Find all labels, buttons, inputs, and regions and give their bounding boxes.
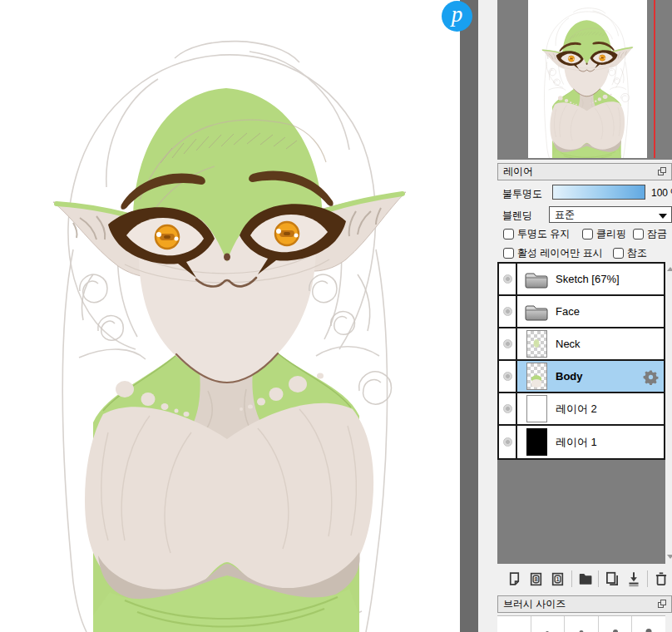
toolbar-separator xyxy=(598,570,599,587)
canvas-area[interactable] xyxy=(0,0,460,632)
paint-tool-window: p 레이어 불투명도 100 % 블렌딩 표준 xyxy=(0,0,672,632)
layer-name: 레이어 2 xyxy=(556,402,597,417)
brush-size-option[interactable] xyxy=(497,616,531,632)
layer-list-scrollbar[interactable] xyxy=(665,262,672,564)
canvas-edge-strip xyxy=(460,0,478,632)
blending-dropdown[interactable]: 표준 xyxy=(549,206,672,223)
layer-list-empty-area xyxy=(497,460,665,564)
brush-size-option[interactable] xyxy=(565,616,598,632)
brush-size-option[interactable] xyxy=(599,616,632,632)
layer-thumb-image xyxy=(526,363,547,390)
panel-gutter xyxy=(478,0,497,632)
layer-row-body[interactable]: Body xyxy=(499,361,664,393)
opacity-slider[interactable] xyxy=(552,185,645,200)
layer-name: Face xyxy=(556,305,580,318)
brush-size-panel-header: 브러시 사이즈 xyxy=(497,595,672,613)
show-active-only-label: 활성 레이어만 표시 xyxy=(517,246,603,260)
layer-thumbnail xyxy=(517,395,556,422)
opacity-value: 100 % xyxy=(651,187,672,199)
show-active-only-checkbox[interactable] xyxy=(503,248,514,259)
brush-dot-icon xyxy=(646,629,652,632)
dropdown-arrow-icon xyxy=(659,214,667,219)
layer-visibility-toggle[interactable] xyxy=(499,296,517,327)
layer-toolbar: 8 1 xyxy=(497,565,672,592)
right-panel: 레이어 불투명도 100 % 블렌딩 표준 투명도 유지 클리핑 잠금 xyxy=(497,0,672,632)
scroll-up-icon[interactable] xyxy=(667,267,672,271)
merge-down-button[interactable] xyxy=(623,568,645,590)
clipping-option[interactable]: 클리핑 xyxy=(582,227,626,241)
lock-label: 잠금 xyxy=(647,227,667,241)
pixiv-logo-letter: p xyxy=(452,2,463,27)
lock-checkbox[interactable] xyxy=(633,229,644,239)
delete-layer-button[interactable] xyxy=(650,568,672,590)
navigator-panel xyxy=(497,0,672,160)
layer-settings-gear-icon[interactable] xyxy=(643,369,659,388)
layer-visibility-toggle[interactable] xyxy=(499,264,517,294)
clipping-checkbox[interactable] xyxy=(582,229,593,239)
visibility-dot-icon xyxy=(503,437,512,447)
reference-option[interactable]: 참조 xyxy=(613,246,647,260)
brush-size-option[interactable] xyxy=(632,616,665,632)
float-panel-icon[interactable] xyxy=(658,166,666,178)
new-layer-button[interactable] xyxy=(504,568,526,590)
layer-row-face[interactable]: Face xyxy=(499,296,664,328)
layer-visibility-toggle[interactable] xyxy=(499,328,517,359)
preserve-opacity-option[interactable]: 투명도 유지 xyxy=(503,227,570,241)
folder-icon xyxy=(524,303,549,321)
layer-name: Sketch [67%] xyxy=(556,273,620,285)
badge-1: 1 xyxy=(556,575,560,583)
layer-name: 레이어 1 xyxy=(556,435,597,450)
scroll-down-icon[interactable] xyxy=(667,555,672,559)
layer-thumb-image xyxy=(526,395,547,422)
reference-checkbox[interactable] xyxy=(613,248,624,259)
navigator-view-rectangle[interactable] xyxy=(654,0,655,158)
layer-thumbnail xyxy=(517,330,556,358)
layer-thumbnail xyxy=(517,363,556,390)
preserve-opacity-checkbox[interactable] xyxy=(503,229,514,239)
layer-thumbnail xyxy=(517,428,556,456)
visibility-dot-icon xyxy=(503,404,512,413)
layer-name: Body xyxy=(556,370,583,383)
brush-size-option[interactable] xyxy=(531,616,565,632)
layers-panel-title: 레이어 xyxy=(503,165,533,179)
navigator-preview-image xyxy=(528,0,647,158)
layer-row-neck[interactable]: Neck xyxy=(499,328,664,361)
layer-thumb-image xyxy=(526,428,547,456)
new-folder-button[interactable] xyxy=(575,568,596,590)
visibility-dot-icon xyxy=(503,372,512,381)
character-artwork xyxy=(0,0,460,632)
duplicate-layer-button[interactable] xyxy=(601,568,623,590)
clipping-label: 클리핑 xyxy=(596,227,626,241)
toolbar-separator xyxy=(571,570,572,587)
navigator-preview[interactable] xyxy=(528,0,647,158)
brush-size-row xyxy=(497,615,665,632)
new-8bit-layer-button[interactable]: 8 xyxy=(526,568,547,590)
layer-row-layer2[interactable]: 레이어 2 xyxy=(499,393,664,426)
layer-row-sketch[interactable]: Sketch [67%] xyxy=(499,264,664,296)
layer-thumbnail xyxy=(517,303,556,321)
brush-size-panel-title: 브러시 사이즈 xyxy=(503,597,566,611)
toolbar-separator xyxy=(647,570,648,587)
lock-option[interactable]: 잠금 xyxy=(633,227,667,241)
layer-thumb-image xyxy=(526,330,547,358)
opacity-label: 불투명도 xyxy=(502,187,542,201)
blending-label: 블렌딩 xyxy=(502,209,532,223)
layer-list: Sketch [67%] Face xyxy=(497,262,665,460)
float-panel-icon[interactable] xyxy=(658,599,666,610)
pixiv-logo-icon[interactable]: p xyxy=(442,1,472,32)
layers-panel-header: 레이어 xyxy=(497,163,672,180)
show-active-only-option[interactable]: 활성 레이어만 표시 xyxy=(503,246,603,260)
folder-icon xyxy=(524,270,549,289)
layer-thumbnail xyxy=(517,270,556,289)
layer-visibility-toggle[interactable] xyxy=(499,361,517,392)
layer-row-layer1[interactable]: 레이어 1 xyxy=(499,426,664,458)
layer-name: Neck xyxy=(556,338,581,350)
layer-visibility-toggle[interactable] xyxy=(499,393,517,424)
blending-selected-value: 표준 xyxy=(555,208,575,222)
layer-visibility-toggle[interactable] xyxy=(499,426,517,458)
preserve-opacity-label: 투명도 유지 xyxy=(517,227,570,241)
visibility-dot-icon xyxy=(503,339,512,348)
badge-8: 8 xyxy=(535,575,538,583)
visibility-dot-icon xyxy=(503,307,512,316)
new-1bit-layer-button[interactable]: 1 xyxy=(547,568,569,590)
